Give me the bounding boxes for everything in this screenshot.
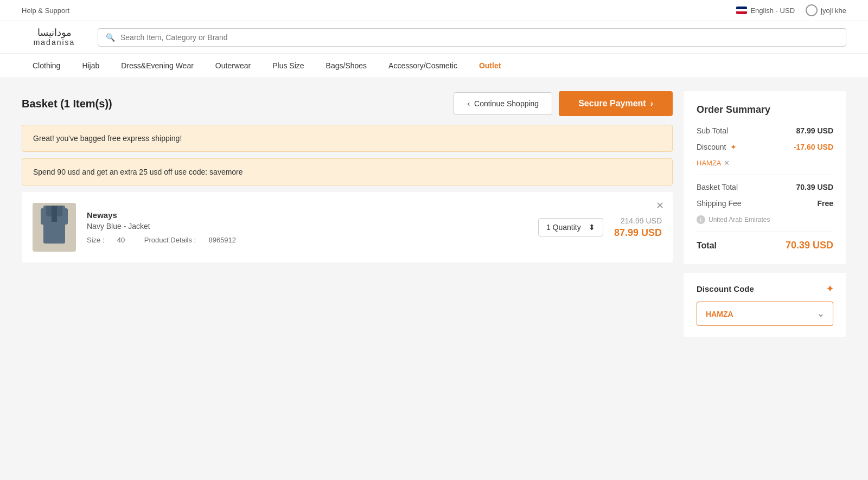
divider-2 xyxy=(697,232,833,232)
remove-item-button[interactable]: ✕ xyxy=(656,201,664,210)
help-support-link[interactable]: Help & Support xyxy=(22,7,69,15)
basket-total-row: Basket Total 70.39 USD xyxy=(697,183,833,191)
remove-discount-button[interactable]: ✕ xyxy=(724,159,730,167)
order-summary-title: Order Summary xyxy=(697,104,833,116)
discount-label: Discount ✦ xyxy=(697,143,737,151)
notification-text-1: Great! you've bagged free express shippi… xyxy=(33,134,182,143)
shipping-region-info: i United Arab Emirates xyxy=(697,215,833,224)
chevron-down-icon: ⌄ xyxy=(817,309,824,319)
continue-shopping-button[interactable]: ‹ Continue Shopping xyxy=(454,92,552,115)
user-menu[interactable]: jyoji khe xyxy=(806,4,846,16)
item-brand: Neways xyxy=(87,210,527,220)
item-details-label: Product Details : 8965912 xyxy=(144,236,245,244)
discount-code-tag: HAMZA ✕ xyxy=(697,159,833,167)
subtotal-label: Sub Total xyxy=(697,126,728,135)
chevron-left-icon: ‹ xyxy=(467,99,470,108)
svg-rect-4 xyxy=(63,208,68,225)
flag-icon xyxy=(736,7,747,14)
svg-rect-3 xyxy=(41,208,45,225)
nav-accessory[interactable]: Accessory/Cosmetic xyxy=(378,54,468,78)
discount-badge-icon: ✦ xyxy=(826,284,833,294)
discount-code-header: Discount Code ✦ xyxy=(697,284,833,294)
item-name: Navy Blue - Jacket xyxy=(87,222,527,231)
discount-code-section: Discount Code ✦ HAMZA ⌄ xyxy=(684,273,846,337)
discount-value: -17.60 USD xyxy=(794,143,833,151)
divider-1 xyxy=(697,175,833,175)
nav-outerwear[interactable]: Outerwear xyxy=(205,54,261,78)
basket-total-value: 70.39 USD xyxy=(796,183,833,191)
total-value: 70.39 USD xyxy=(786,240,833,251)
basket-actions: ‹ Continue Shopping Secure Payment › xyxy=(454,91,673,116)
total-label: Total xyxy=(697,241,717,251)
cart-item: Neways Navy Blue - Jacket Size : 40 Prod… xyxy=(22,192,673,263)
subtotal-row: Sub Total 87.99 USD xyxy=(697,126,833,135)
sale-price: 87.99 USD xyxy=(614,227,662,239)
search-icon: 🔍 xyxy=(106,33,115,42)
item-meta: Size : 40 Product Details : 8965912 xyxy=(87,236,527,244)
svg-rect-2 xyxy=(52,206,57,222)
user-avatar-icon xyxy=(806,4,818,16)
discount-code-title: Discount Code xyxy=(697,284,754,293)
item-info: Neways Navy Blue - Jacket Size : 40 Prod… xyxy=(87,210,527,244)
logo[interactable]: مودانيسا madanisa xyxy=(22,28,87,47)
username-label: jyoji khe xyxy=(821,7,846,15)
discount-row: Discount ✦ -17.60 USD xyxy=(697,143,833,151)
nav-dress-evening[interactable]: Dress&Evening Wear xyxy=(110,54,205,78)
logo-latin: madanisa xyxy=(22,39,87,47)
nav-bags-shoes[interactable]: Bags/Shoes xyxy=(315,54,378,78)
basket-total-label: Basket Total xyxy=(697,183,738,191)
shipping-region-label: United Arab Emirates xyxy=(709,216,770,223)
item-price: 214.99 USD 87.99 USD xyxy=(614,216,662,239)
search-input[interactable] xyxy=(120,33,838,42)
main-content: Basket (1 Item(s)) ‹ Continue Shopping S… xyxy=(0,78,868,350)
search-bar[interactable]: 🔍 xyxy=(98,28,846,47)
nav-outlet[interactable]: Outlet xyxy=(468,54,512,78)
secure-payment-button[interactable]: Secure Payment › xyxy=(559,91,673,116)
logo-arabic: مودانيسا xyxy=(22,28,87,39)
discount-code-name: HAMZA xyxy=(697,159,722,167)
nav-hijab[interactable]: Hijab xyxy=(71,54,110,78)
secure-payment-label: Secure Payment xyxy=(578,99,646,108)
language-label: English - USD xyxy=(750,7,795,15)
shipping-value: Free xyxy=(817,199,833,208)
basket-title: Basket (1 Item(s)) xyxy=(22,98,112,110)
basket-section: Basket (1 Item(s)) ‹ Continue Shopping S… xyxy=(22,91,673,337)
info-icon: i xyxy=(697,215,705,224)
continue-shopping-label: Continue Shopping xyxy=(474,99,539,108)
shipping-row: Shipping Fee Free xyxy=(697,199,833,208)
sidebar: Order Summary Sub Total 87.99 USD Discou… xyxy=(684,91,846,337)
quantity-dropdown-icon: ⬍ xyxy=(589,223,595,232)
shipping-label: Shipping Fee xyxy=(697,199,742,208)
quantity-selector[interactable]: 1 Quantity ⬍ xyxy=(538,218,603,236)
nav-plus-size[interactable]: Plus Size xyxy=(261,54,315,78)
subtotal-value: 87.99 USD xyxy=(796,126,833,135)
chevron-right-icon: › xyxy=(650,99,653,108)
language-selector[interactable]: English - USD xyxy=(736,7,795,15)
order-summary: Order Summary Sub Total 87.99 USD Discou… xyxy=(684,91,846,264)
free-shipping-notification: Great! you've bagged free express shippi… xyxy=(22,125,673,152)
total-row: Total 70.39 USD xyxy=(697,240,833,251)
discount-code-dropdown[interactable]: HAMZA ⌄ xyxy=(697,302,833,326)
original-price: 214.99 USD xyxy=(614,216,662,225)
notification-text-2: Spend 90 usd and get an extra 25 usd off… xyxy=(33,168,243,176)
item-size-label: Size : 40 xyxy=(87,236,136,244)
item-image-svg xyxy=(41,206,68,249)
promo-notification: Spend 90 usd and get an extra 25 usd off… xyxy=(22,158,673,185)
top-bar: Help & Support English - USD jyoji khe xyxy=(0,0,868,21)
main-nav: Clothing Hijab Dress&Evening Wear Outerw… xyxy=(0,54,868,78)
item-image xyxy=(33,203,76,252)
discount-star-icon: ✦ xyxy=(730,143,737,151)
selected-code-label: HAMZA xyxy=(706,310,733,318)
nav-clothing[interactable]: Clothing xyxy=(22,54,71,78)
top-bar-right: English - USD jyoji khe xyxy=(736,4,846,16)
basket-header: Basket (1 Item(s)) ‹ Continue Shopping S… xyxy=(22,91,673,116)
header: مودانيسا madanisa 🔍 xyxy=(0,21,868,54)
quantity-label: 1 Quantity xyxy=(546,223,581,232)
